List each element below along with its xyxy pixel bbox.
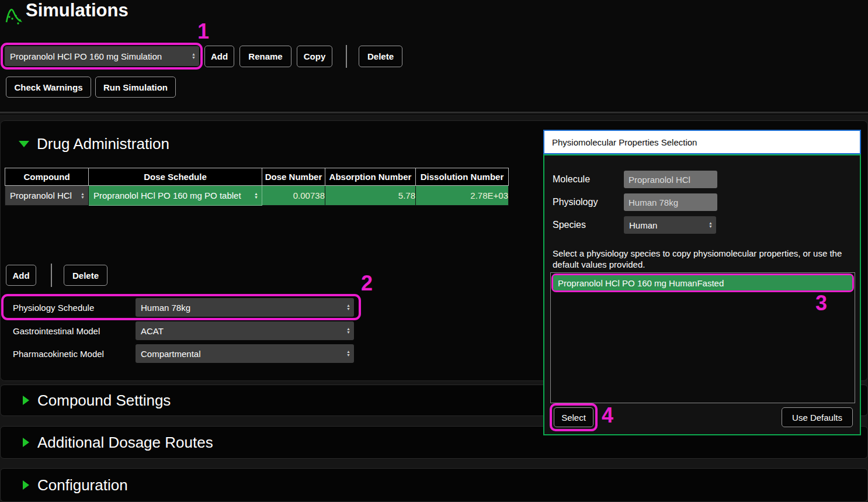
toolbar-divider	[0, 112, 868, 113]
col-header-compound: Compound	[5, 168, 89, 186]
drug-administration-title: Drug Administration	[37, 135, 169, 153]
use-defaults-button[interactable]: Use Defaults	[782, 407, 853, 427]
spinner-icon: ▲▼	[254, 192, 258, 199]
physiology-field-value: Human 78kg	[629, 198, 678, 207]
annotation-digit-1: 1	[197, 19, 209, 44]
list-item-selected[interactable]: Propranolol HCl PO 160 mg HumanFasted	[553, 275, 852, 290]
section-title: Compound Settings	[37, 392, 171, 410]
page-title: Simulations	[26, 0, 129, 21]
spinner-icon: ▲▼	[346, 327, 350, 334]
physiology-species-listbox[interactable]: Propranolol HCl PO 160 mg HumanFasted	[550, 272, 855, 403]
physiology-label: Physiology	[553, 197, 598, 207]
run-simulation-button[interactable]: Run Simulation	[95, 77, 176, 98]
compound-cell[interactable]: Propranolol HCl ▲▼	[5, 186, 89, 206]
drug-administration-header[interactable]: Drug Administration	[0, 130, 526, 158]
simulation-select-value: Propranolol HCl PO 160 mg Simulation	[10, 51, 162, 61]
physiomolecular-properties-dialog: Physiomolecular Properties Selection Mol…	[543, 130, 861, 435]
dose-table-header-row: Compound Dose Schedule Dose Number Absor…	[5, 168, 509, 186]
gastrointestinal-model-value: ACAT	[141, 326, 164, 336]
dose-schedule-cell-value: Propranolol HCl PO 160 mg PO tablet	[93, 191, 241, 200]
add-compound-button[interactable]: Add	[6, 265, 36, 286]
dialog-titlebar[interactable]: Physiomolecular Properties Selection	[543, 130, 861, 154]
compound-buttons-separator	[51, 264, 52, 287]
molecule-label: Molecule	[553, 174, 590, 185]
delete-compound-button[interactable]: Delete	[64, 265, 107, 286]
section-title: Configuration	[37, 476, 128, 494]
simulation-select[interactable]: Propranolol HCl PO 160 mg Simulation ▲▼	[5, 46, 199, 66]
spinner-icon: ▲▼	[81, 192, 85, 199]
check-warnings-button[interactable]: Check Warnings	[6, 77, 91, 98]
dialog-body: Molecule Propranolol HCl Physiology Huma…	[543, 154, 861, 435]
pharmacokinetic-model-value: Compartmental	[141, 349, 201, 359]
dose-table-row: Propranolol HCl ▲▼ Propranolol HCl PO 16…	[5, 186, 509, 206]
gastrointestinal-model-select[interactable]: ACAT ▲▼	[136, 321, 354, 340]
rename-simulation-button[interactable]: Rename	[239, 46, 291, 67]
collapse-triangle-icon	[19, 141, 29, 147]
spinner-icon: ▲▼	[709, 221, 713, 229]
expand-triangle-icon	[23, 438, 29, 447]
species-select[interactable]: Human ▲▼	[624, 216, 716, 234]
col-header-absorption-number: Absorption Number	[325, 168, 416, 186]
app-logo-curve-icon	[5, 5, 25, 28]
col-header-dose-number: Dose Number	[262, 168, 325, 186]
annotation-ring-3: Propranolol HCl PO 160 mg HumanFasted	[551, 273, 854, 292]
col-header-dose-schedule: Dose Schedule	[89, 168, 262, 186]
spinner-icon: ▲▼	[346, 304, 350, 311]
physiology-schedule-label: Physiology Schedule	[13, 303, 94, 313]
section-title: Additional Dosage Routes	[37, 434, 213, 452]
molecule-field: Propranolol HCl	[624, 171, 717, 188]
dose-number-cell[interactable]: 0.00738	[262, 186, 325, 206]
physiology-schedule-select[interactable]: Human 78kg ▲▼	[136, 298, 354, 317]
absorption-number-cell[interactable]: 5.78	[325, 186, 416, 206]
pharmacokinetic-model-select[interactable]: Compartmental ▲▼	[136, 344, 354, 363]
physiology-field: Human 78kg	[624, 193, 717, 211]
toolbar-separator	[346, 45, 347, 68]
col-header-dissolution-number: Dissolution Number	[416, 168, 509, 186]
spinner-icon: ▲▼	[346, 350, 350, 357]
spinner-icon: ▲▼	[192, 53, 196, 60]
dialog-title: Physiomolecular Properties Selection	[552, 137, 697, 147]
select-button[interactable]: Select	[554, 407, 593, 427]
add-simulation-button[interactable]: Add	[204, 46, 234, 67]
section-configuration[interactable]: Configuration	[0, 468, 868, 502]
annotation-digit-2: 2	[361, 271, 373, 296]
expand-triangle-icon	[23, 480, 29, 490]
delete-simulation-button[interactable]: Delete	[359, 46, 402, 67]
dose-schedule-cell[interactable]: Propranolol HCl PO 160 mg PO tablet ▲▼	[89, 186, 262, 206]
expand-triangle-icon	[23, 396, 29, 405]
species-label: Species	[553, 220, 586, 230]
dose-table: Compound Dose Schedule Dose Number Absor…	[5, 168, 509, 206]
molecule-field-value: Propranolol HCl	[629, 175, 690, 185]
pharmacokinetic-model-label: Pharmacokinetic Model	[13, 349, 104, 359]
dialog-instruction-text: Select a physiology species to copy phys…	[553, 248, 852, 270]
dissolution-number-cell[interactable]: 2.78E+03	[416, 186, 509, 206]
physiology-schedule-value: Human 78kg	[141, 303, 190, 313]
gastrointestinal-model-label: Gastrointestinal Model	[13, 326, 100, 336]
annotation-digit-4: 4	[602, 403, 613, 428]
annotation-digit-3: 3	[815, 291, 827, 316]
compound-cell-value: Propranolol HCl	[10, 191, 72, 200]
copy-simulation-button[interactable]: Copy	[297, 46, 332, 67]
species-select-value: Human	[629, 220, 657, 230]
